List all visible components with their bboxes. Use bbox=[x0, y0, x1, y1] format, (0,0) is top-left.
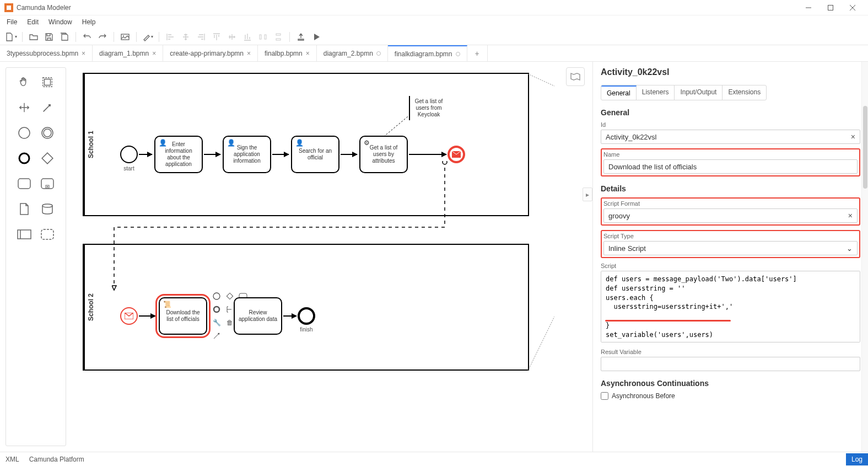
end-event[interactable] bbox=[298, 307, 315, 325]
deploy-icon[interactable] bbox=[294, 30, 308, 44]
redo-icon[interactable] bbox=[96, 30, 109, 44]
xml-view-button[interactable]: XML bbox=[6, 456, 19, 463]
log-button[interactable]: Log bbox=[846, 453, 868, 465]
user-task-icon: 👤 bbox=[227, 139, 235, 147]
bpmn-task[interactable]: Review application data bbox=[234, 297, 282, 335]
svg-rect-9 bbox=[276, 39, 281, 40]
distribute-h-icon[interactable] bbox=[256, 30, 269, 44]
close-icon[interactable]: × bbox=[306, 50, 310, 57]
color-icon[interactable]: ▾ bbox=[141, 30, 154, 44]
group-icon[interactable] bbox=[40, 227, 55, 242]
file-tab[interactable]: diagram_2.bpmn bbox=[317, 45, 388, 61]
svg-rect-6 bbox=[260, 35, 261, 39]
minimize-button[interactable] bbox=[797, 0, 820, 15]
id-input[interactable]: Activity_0k22vsl× bbox=[601, 130, 860, 144]
align-top-icon[interactable] bbox=[210, 30, 223, 44]
prop-tab-extensions[interactable]: Extensions bbox=[723, 85, 766, 100]
bpmn-task[interactable]: 👤Enter information about the application bbox=[154, 136, 203, 173]
menu-window[interactable]: Window bbox=[44, 16, 77, 28]
bpmn-task[interactable]: 👤Search for an official bbox=[291, 136, 339, 173]
user-task-icon: 👤 bbox=[159, 139, 167, 147]
async-before-label: Asynchronous Before bbox=[612, 392, 675, 400]
wrench-icon[interactable]: 🔧 bbox=[211, 317, 223, 329]
align-middle-icon[interactable] bbox=[225, 30, 239, 44]
append-event-icon[interactable] bbox=[211, 290, 223, 302]
distribute-v-icon[interactable] bbox=[272, 30, 285, 44]
gateway-icon[interactable] bbox=[40, 151, 55, 166]
menu-help[interactable]: Help bbox=[78, 16, 100, 28]
end-event-icon[interactable] bbox=[17, 151, 32, 166]
menu-file[interactable]: File bbox=[2, 16, 21, 28]
platform-view-button[interactable]: Camunda Platform bbox=[29, 456, 84, 463]
node-label: start bbox=[118, 165, 140, 172]
message-throw-event[interactable] bbox=[448, 146, 465, 163]
pool-school2[interactable]: School 2 📜Download the list of officials… bbox=[83, 244, 529, 371]
pool-school1[interactable]: School 1 start 👤Enter information about … bbox=[83, 73, 529, 216]
close-icon[interactable]: × bbox=[152, 50, 156, 57]
menu-edit[interactable]: Edit bbox=[23, 16, 43, 28]
lasso-tool-icon[interactable] bbox=[40, 74, 55, 90]
file-tab[interactable]: 3typessubprocess.bpmn× bbox=[0, 45, 93, 61]
minimap-icon[interactable] bbox=[566, 67, 585, 86]
message-start-event[interactable] bbox=[120, 307, 138, 325]
file-tab-active[interactable]: finalkdiagram.bpmn bbox=[388, 45, 467, 61]
pool-icon[interactable] bbox=[17, 227, 32, 242]
svg-rect-8 bbox=[276, 34, 281, 35]
start-event[interactable] bbox=[120, 146, 138, 163]
script-format-input[interactable]: groovy× bbox=[603, 208, 858, 223]
save-all-icon[interactable] bbox=[58, 30, 71, 44]
prop-tab-listeners[interactable]: Listeners bbox=[637, 85, 675, 100]
data-store-icon[interactable] bbox=[40, 201, 55, 217]
align-right-icon[interactable] bbox=[195, 30, 208, 44]
svg-point-14 bbox=[19, 153, 29, 163]
text-annotation[interactable]: Get a list of users from Keycloak bbox=[409, 96, 448, 120]
connect-icon[interactable] bbox=[211, 330, 223, 342]
async-before-checkbox[interactable] bbox=[601, 392, 608, 400]
script-type-select[interactable]: Inline Script⌄ bbox=[603, 241, 858, 255]
close-button[interactable] bbox=[842, 0, 864, 15]
bpmn-task[interactable]: 👤Sign the application information bbox=[223, 136, 271, 173]
clear-icon[interactable]: × bbox=[848, 211, 853, 220]
user-task-icon: 👤 bbox=[295, 139, 304, 147]
data-object-icon[interactable] bbox=[17, 201, 32, 217]
new-file-icon[interactable]: ▾ bbox=[4, 30, 18, 44]
svg-point-30 bbox=[214, 307, 219, 312]
new-tab-button[interactable]: + bbox=[467, 45, 488, 61]
start-event-icon[interactable] bbox=[17, 125, 32, 141]
task-icon[interactable] bbox=[17, 176, 32, 191]
undo-icon[interactable] bbox=[80, 30, 94, 44]
name-input[interactable]: Download the list of officials bbox=[603, 159, 858, 174]
align-left-icon[interactable] bbox=[164, 30, 177, 44]
svg-rect-16 bbox=[18, 179, 30, 189]
close-icon[interactable]: × bbox=[247, 50, 251, 57]
maximize-button[interactable] bbox=[820, 0, 842, 15]
intermediate-event-icon[interactable] bbox=[40, 125, 55, 141]
space-tool-icon[interactable] bbox=[17, 100, 32, 115]
prop-tab-io[interactable]: Input/Output bbox=[675, 85, 723, 100]
scrollbar[interactable] bbox=[861, 62, 868, 452]
svg-line-31 bbox=[528, 74, 554, 86]
align-center-icon[interactable] bbox=[179, 30, 192, 44]
bpmn-task-selected[interactable]: 📜Download the list of officials bbox=[159, 297, 207, 335]
align-bottom-icon[interactable] bbox=[241, 30, 254, 44]
connect-tool-icon[interactable] bbox=[40, 100, 55, 115]
append-end-icon[interactable] bbox=[211, 303, 223, 315]
bpmn-task[interactable]: ⚙Get a list of users by attributes bbox=[359, 136, 408, 173]
file-tab[interactable]: diagram_1.bpmn× bbox=[93, 45, 163, 61]
open-file-icon[interactable] bbox=[27, 30, 40, 44]
close-icon[interactable]: × bbox=[82, 50, 85, 57]
run-icon[interactable] bbox=[310, 30, 323, 44]
hand-tool-icon[interactable] bbox=[17, 74, 32, 90]
file-tab[interactable]: create-app-primary.bpmn× bbox=[163, 45, 258, 61]
save-icon[interactable] bbox=[42, 30, 56, 44]
image-icon[interactable] bbox=[118, 30, 132, 44]
panel-toggle-button[interactable]: ▸ bbox=[583, 188, 592, 201]
app-title: Camunda Modeler bbox=[17, 4, 71, 12]
diagram-canvas[interactable]: School 1 start 👤Enter information about … bbox=[72, 62, 592, 452]
prop-tab-general[interactable]: General bbox=[601, 85, 637, 100]
subprocess-icon[interactable] bbox=[40, 176, 55, 191]
clear-icon[interactable]: × bbox=[851, 132, 855, 141]
file-tab[interactable]: finalbp.bpmn× bbox=[258, 45, 317, 61]
result-var-input[interactable] bbox=[601, 357, 860, 371]
script-textarea[interactable] bbox=[601, 271, 860, 342]
